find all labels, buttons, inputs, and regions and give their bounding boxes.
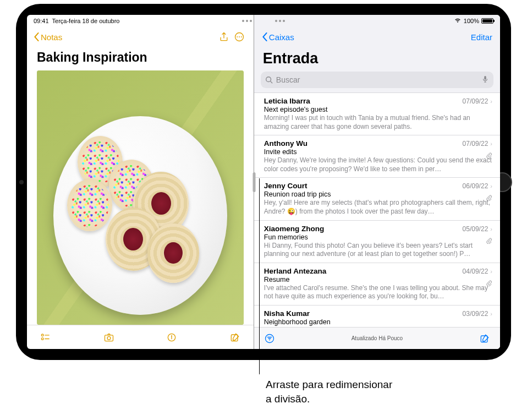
status-date: Terça-feira 18 de outubro bbox=[52, 18, 120, 24]
markup-icon[interactable] bbox=[164, 330, 179, 345]
mail-preview: Hey, y'all! Here are my selects (that's … bbox=[264, 199, 492, 216]
callout-text: Arraste para redimensionar a divisão. bbox=[266, 378, 392, 406]
mail-preview: Hey Danny, We're loving the invite! A fe… bbox=[264, 156, 492, 173]
mail-toolbar: Atualizado Há Pouco bbox=[254, 327, 500, 349]
note-title: Baking Inspiration bbox=[27, 49, 254, 70]
notes-back-label: Notas bbox=[41, 32, 62, 42]
status-time: 09:41 bbox=[34, 18, 49, 24]
chevron-right-icon: › bbox=[490, 183, 492, 189]
notes-back-button[interactable]: Notas bbox=[34, 32, 62, 42]
svg-rect-11 bbox=[484, 75, 486, 79]
notes-toolbar bbox=[27, 325, 254, 349]
mail-sender: Leticia Ibarra bbox=[264, 97, 463, 105]
camera-dot bbox=[19, 180, 24, 184]
camera-icon[interactable] bbox=[101, 330, 117, 345]
mail-status-text: Atualizado Há Pouco bbox=[352, 335, 403, 341]
mail-list[interactable]: Leticia Ibarra07/09/22›Next episode's gu… bbox=[254, 92, 500, 327]
mail-app-pane: Caixas Editar Entrada Buscar Leticia Iba… bbox=[254, 15, 500, 349]
multitask-icon[interactable] bbox=[240, 19, 254, 23]
mail-row[interactable]: Nisha Kumar03/09/22›Neighborhood gardenW… bbox=[254, 306, 500, 327]
mail-subject: Fun memories bbox=[264, 233, 492, 241]
note-photo-wrap bbox=[27, 70, 254, 325]
mail-date: 07/09/22 bbox=[463, 140, 488, 148]
ipad-frame: 09:41 Terça-feira 18 de outubro 100% Not… bbox=[16, 4, 511, 360]
mail-preview: Morning! I was put in touch with Tania b… bbox=[264, 114, 492, 131]
svg-point-3 bbox=[241, 36, 242, 37]
notes-nav-bar: Notas bbox=[27, 25, 254, 49]
mail-preview: Hi Danny, Found this photo! Can you beli… bbox=[264, 242, 492, 259]
attachment-icon bbox=[486, 193, 492, 203]
attachment-icon bbox=[486, 279, 492, 288]
share-icon[interactable] bbox=[216, 29, 232, 45]
mail-sender: Jenny Court bbox=[264, 182, 463, 190]
mail-sender: Herland Antezana bbox=[264, 267, 463, 275]
chevron-right-icon: › bbox=[490, 310, 492, 317]
mail-preview: I've attached Carol's resume. She's the … bbox=[264, 284, 492, 301]
mail-edit-button[interactable]: Editar bbox=[471, 32, 492, 42]
mail-back-label: Caixas bbox=[269, 32, 294, 42]
mail-row[interactable]: Jenny Court06/09/22›Reunion road trip pi… bbox=[254, 178, 500, 220]
svg-point-2 bbox=[239, 36, 240, 37]
callout-leader-line bbox=[259, 178, 260, 374]
mail-sender: Anthony Wu bbox=[264, 139, 463, 148]
mail-date: 03/09/22 bbox=[463, 310, 488, 318]
status-bar: 09:41 Terça-feira 18 de outubro 100% bbox=[27, 15, 500, 27]
more-icon[interactable] bbox=[232, 29, 247, 45]
search-placeholder: Buscar bbox=[276, 75, 300, 84]
filter-icon[interactable] bbox=[263, 332, 276, 345]
battery-percent: 100% bbox=[464, 18, 479, 24]
chevron-right-icon: › bbox=[490, 226, 492, 232]
mail-subject: Resume bbox=[264, 276, 492, 283]
mail-sender: Xiaomeng Zhong bbox=[264, 225, 463, 233]
chevron-right-icon: › bbox=[490, 98, 492, 105]
chevron-right-icon: › bbox=[490, 268, 492, 275]
attachment-icon bbox=[486, 151, 492, 161]
checklist-icon[interactable] bbox=[38, 330, 53, 345]
compose-mail-icon[interactable] bbox=[478, 332, 491, 345]
svg-point-5 bbox=[41, 337, 43, 340]
dictation-icon[interactable] bbox=[481, 75, 489, 85]
mail-date: 07/09/22 bbox=[463, 97, 488, 105]
mail-row[interactable]: Xiaomeng Zhong05/09/22›Fun memoriesHi Da… bbox=[254, 221, 500, 263]
multitask-icon[interactable] bbox=[273, 19, 287, 23]
mail-row[interactable]: Anthony Wu07/09/22›Invite editsHey Danny… bbox=[254, 135, 500, 178]
mail-sender: Nisha Kumar bbox=[264, 309, 463, 318]
mailbox-title: Entrada bbox=[254, 49, 500, 72]
mail-row[interactable]: Herland Antezana04/09/22›ResumeI've atta… bbox=[254, 263, 500, 306]
mail-subject: Reunion road trip pics bbox=[264, 190, 492, 198]
note-photo[interactable] bbox=[37, 70, 244, 325]
mail-row[interactable]: Leticia Ibarra07/09/22›Next episode's gu… bbox=[254, 93, 500, 135]
svg-point-7 bbox=[107, 336, 111, 340]
search-icon bbox=[265, 76, 273, 84]
mail-date: 06/09/22 bbox=[463, 182, 488, 190]
mail-nav-bar: Caixas Editar bbox=[254, 25, 500, 49]
mail-subject: Invite edits bbox=[264, 148, 492, 156]
svg-rect-6 bbox=[105, 335, 113, 341]
wifi-icon bbox=[454, 18, 462, 24]
screen: 09:41 Terça-feira 18 de outubro 100% Not… bbox=[27, 15, 500, 349]
mail-back-button[interactable]: Caixas bbox=[262, 32, 294, 42]
mail-subject: Neighborhood garden bbox=[264, 318, 492, 326]
split-view-divider-handle[interactable] bbox=[252, 172, 255, 192]
svg-point-4 bbox=[41, 334, 43, 336]
mail-date: 04/09/22 bbox=[463, 268, 488, 275]
mail-date: 05/09/22 bbox=[463, 225, 488, 233]
chevron-right-icon: › bbox=[490, 140, 492, 147]
mail-subject: Next episode's guest bbox=[264, 106, 492, 113]
search-input[interactable]: Buscar bbox=[261, 72, 493, 88]
compose-icon[interactable] bbox=[227, 330, 243, 345]
svg-point-1 bbox=[237, 36, 238, 37]
attachment-icon bbox=[486, 236, 492, 246]
notes-app-pane: Notas Baking Inspiration bbox=[27, 15, 254, 349]
battery-icon bbox=[481, 18, 493, 24]
mail-preview: We're in the early stages of planning a … bbox=[264, 326, 492, 327]
